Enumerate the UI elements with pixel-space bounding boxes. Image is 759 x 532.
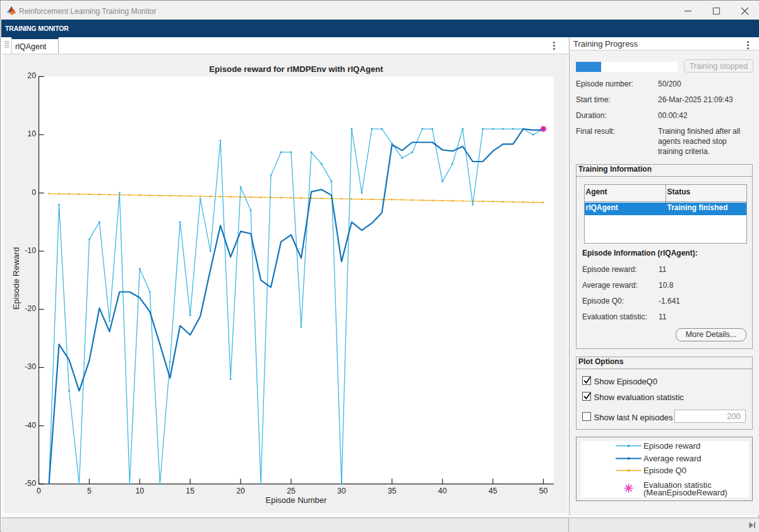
svg-text:Episode Q0: Episode Q0	[643, 466, 686, 475]
svg-text:10: 10	[27, 129, 36, 138]
svg-text:-40: -40	[25, 421, 36, 430]
svg-text:50: 50	[539, 487, 548, 495]
svg-text:Episode reward: Episode reward	[643, 441, 700, 451]
svg-text:-50: -50	[25, 479, 36, 488]
svg-text:Episode reward for rlMDPEnv wi: Episode reward for rlMDPEnv with rlQAgen…	[209, 64, 383, 74]
svg-text:5: 5	[87, 487, 92, 495]
svg-text:20: 20	[236, 487, 245, 495]
svg-text:Episode Reward: Episode Reward	[11, 247, 21, 309]
svg-text:10: 10	[135, 487, 144, 495]
svg-text:Episode Number: Episode Number	[266, 495, 327, 505]
svg-text:-10: -10	[25, 246, 36, 255]
svg-text:40: 40	[438, 487, 447, 495]
svg-text:30: 30	[337, 487, 346, 495]
svg-text:0: 0	[37, 487, 41, 495]
svg-text:(MeanEpisodeReward): (MeanEpisodeReward)	[643, 488, 727, 497]
svg-text:25: 25	[287, 487, 296, 495]
svg-text:-30: -30	[25, 362, 36, 371]
svg-text:45: 45	[489, 487, 498, 495]
svg-text:15: 15	[186, 487, 194, 495]
svg-text:20: 20	[27, 71, 36, 80]
svg-text:Average reward: Average reward	[643, 454, 702, 463]
svg-text:0: 0	[32, 188, 36, 197]
svg-text:35: 35	[388, 487, 397, 495]
svg-text:-20: -20	[25, 304, 36, 313]
